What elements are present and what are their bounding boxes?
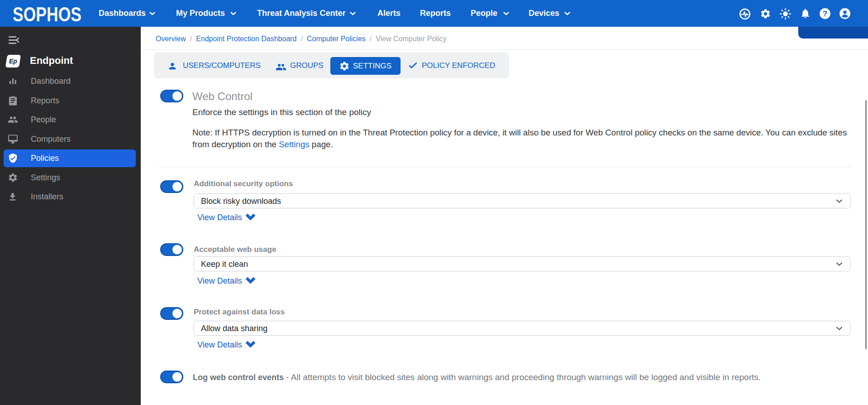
svg-text:?: ?	[823, 10, 827, 18]
svg-text:SOPHOS: SOPHOS	[13, 5, 81, 24]
